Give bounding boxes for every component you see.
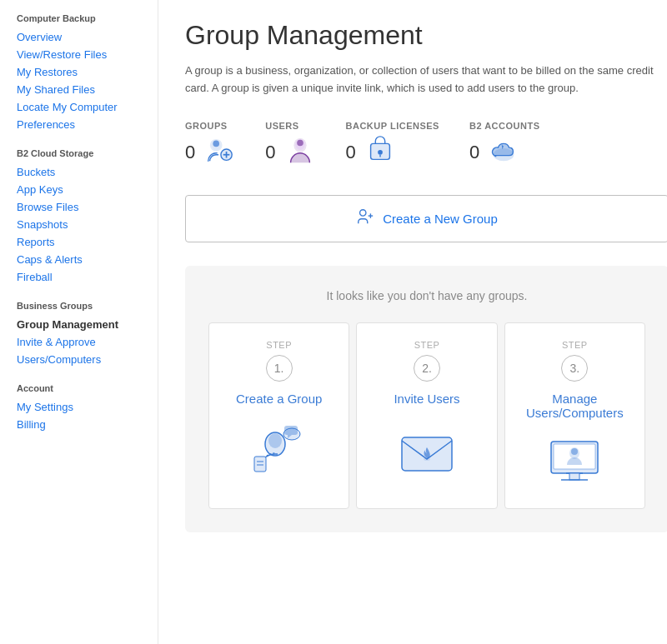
svg-point-10 [378,150,383,155]
sidebar-item-buckets[interactable]: Buckets [17,163,158,181]
stat-block-users: USERS0 [265,121,315,172]
stat-value: 0 [469,142,479,163]
sidebar-item-overview[interactable]: Overview [17,28,158,46]
step-number: 1. [266,355,293,382]
sidebar-item-fireball[interactable]: Fireball [17,268,158,286]
sidebar: Computer BackupOverviewView/Restore File… [0,0,158,644]
stat-label: GROUPS [185,121,235,131]
sidebar-item-billing[interactable]: Billing [17,416,158,433]
svg-point-25 [424,457,430,461]
svg-rect-29 [569,473,579,480]
svg-rect-19 [254,457,266,472]
step-number: 2. [414,355,440,382]
stat-label: USERS [265,121,315,131]
sidebar-item-my-settings[interactable]: My Settings [17,398,158,416]
svg-point-8 [297,139,303,146]
sidebar-section-title: B2 Cloud Storage [17,148,158,158]
stat-icon [284,134,316,172]
step-label: STEP [266,340,292,350]
svg-rect-22 [284,426,298,435]
stat-block-b2-accounts: B2 ACCOUNTS0 [469,121,540,172]
stat-block-backup-licenses: BACKUP LICENSES0 [346,121,439,172]
stat-value: 0 [346,142,356,163]
sidebar-item-browse-files[interactable]: Browse Files [17,198,158,216]
step-illustration [394,419,460,477]
sidebar-item-caps--alerts[interactable]: Caps & Alerts [17,251,158,268]
empty-state-message: It looks like you don't have any groups. [205,289,649,302]
step-title: Invite Users [394,392,459,406]
steps-row: STEP 1. Create a Group STEP 2. Invite Us… [205,322,649,509]
sidebar-item-preferences[interactable]: Preferences [17,116,158,133]
sidebar-item-reports[interactable]: Reports [17,233,158,251]
svg-point-32 [571,448,578,455]
step-illustration [246,419,313,477]
sidebar-item-snapshots[interactable]: Snapshots [17,216,158,233]
stat-icon [364,134,396,172]
stat-block-groups: GROUPS0 [185,121,235,172]
sidebar-section-title: Business Groups [17,301,158,311]
create-group-button[interactable]: Create a New Group [185,195,667,242]
sidebar-item-viewrestore-files[interactable]: View/Restore Files [17,46,158,63]
sidebar-item-invite--approve[interactable]: Invite & Approve [17,333,158,351]
step-label: STEP [562,340,588,350]
create-group-label: Create a New Group [383,212,498,226]
stat-label: BACKUP LICENSES [346,121,439,131]
sidebar-item-my-shared-files[interactable]: My Shared Files [17,81,158,98]
step-title: Manage Users/Computers [519,392,631,420]
create-group-icon [356,207,374,230]
stat-value: 0 [185,142,195,163]
stat-icon [488,134,519,172]
step-card-3: STEP 3. Manage Users/Computers [504,322,645,509]
step-card-2: STEP 2. Invite Users [356,322,497,509]
page-description: A group is a business, organization, or … [185,62,667,97]
sidebar-item-locate-my-computer[interactable]: Locate My Computer [17,98,158,116]
stat-label: B2 ACCOUNTS [469,121,540,131]
step-number: 3. [561,355,588,382]
step-title: Create a Group [236,392,322,406]
step-card-1: STEP 1. Create a Group [208,322,349,509]
sidebar-section-title: Account [17,383,158,393]
step-illustration [541,433,608,492]
empty-state: It looks like you don't have any groups.… [185,266,667,532]
stat-value: 0 [265,142,275,163]
main-content: Group Management A group is a business, … [158,0,667,644]
svg-point-13 [360,209,366,215]
sidebar-item-group-management[interactable]: Group Management [17,316,158,333]
sidebar-section-title: Computer Backup [17,13,158,23]
sidebar-item-userscomputers[interactable]: Users/Computers [17,351,158,368]
svg-point-17 [268,433,282,448]
stats-row: GROUPS0 USERS0 BACKUP LICENSES0 B2 ACCOU… [185,121,667,172]
sidebar-item-app-keys[interactable]: App Keys [17,181,158,198]
svg-point-2 [213,140,220,147]
sidebar-item-my-restores[interactable]: My Restores [17,63,158,81]
page-title: Group Management [185,20,667,51]
stat-icon [203,134,235,172]
step-label: STEP [414,340,440,350]
